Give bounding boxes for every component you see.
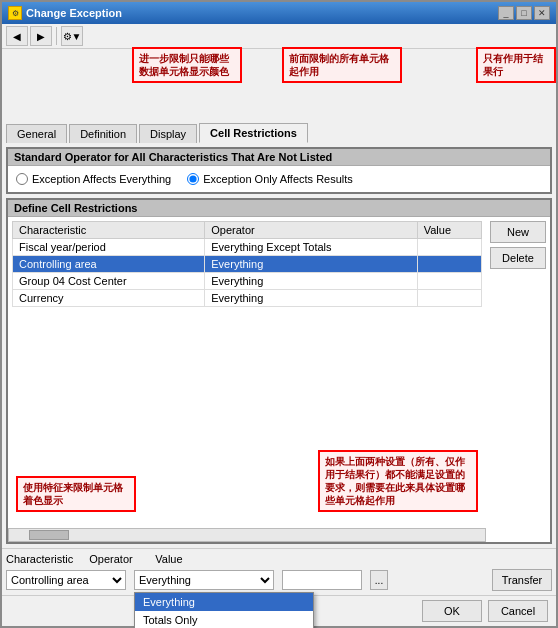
value-input[interactable] (282, 570, 362, 590)
new-button[interactable]: New (490, 221, 546, 243)
tab-definition[interactable]: Definition (69, 124, 137, 143)
delete-button[interactable]: Delete (490, 247, 546, 269)
content-area: Standard Operator for All Characteristic… (2, 143, 556, 548)
standard-section-content: Exception Affects Everything Exception O… (8, 166, 550, 192)
row0-op: Everything Except Totals (205, 239, 417, 256)
bottom-fields-row: Characteristic Operator Value (6, 553, 552, 565)
characteristic-select[interactable]: Controlling area (6, 570, 126, 590)
window-title: Change Exception (26, 7, 122, 19)
ok-button[interactable]: OK (422, 600, 482, 622)
title-bar-left: ⚙ Change Exception (8, 6, 122, 20)
window-icon: ⚙ (8, 6, 22, 20)
bottom-row: Characteristic Operator Value Controllin… (2, 548, 556, 595)
annotation-3: 只有作用于结果行 (476, 47, 556, 83)
operator-wrapper: Everything Totals Only Everything Except… (134, 570, 274, 590)
horizontal-scrollbar[interactable] (8, 528, 486, 542)
define-section: Define Cell Restrictions Characteristic … (6, 198, 552, 544)
tab-general[interactable]: General (6, 124, 67, 143)
radio-affects-everything[interactable]: Exception Affects Everything (16, 173, 171, 185)
annotation-1: 进一步限制只能哪些数据单元格显示颜色 (132, 47, 242, 83)
row2-val (417, 273, 481, 290)
radio-affects-results[interactable]: Exception Only Affects Results (187, 173, 353, 185)
table-row[interactable]: Group 04 Cost Center Everything (13, 273, 482, 290)
char-field-label: Characteristic (6, 553, 73, 565)
annotation-inside-right: 如果上面两种设置（所有、仅作用于结果行）都不能满足设置的要求，则需要在此来具体设… (318, 450, 478, 512)
col-header-val: Value (417, 222, 481, 239)
value-browse-button[interactable]: ... (370, 570, 388, 590)
row0-val (417, 239, 481, 256)
radio-everything-input[interactable] (16, 173, 28, 185)
table-row[interactable]: Currency Everything (13, 290, 482, 307)
val-field-label: Value (155, 553, 205, 565)
table-row[interactable]: Controlling area Everything (13, 256, 482, 273)
row0-char: Fiscal year/period (13, 239, 205, 256)
scrollbar-thumb[interactable] (29, 530, 69, 540)
standard-section-title: Standard Operator for All Characteristic… (8, 149, 550, 166)
dd-item-totals[interactable]: Totals Only (135, 611, 313, 628)
minimize-button[interactable]: _ (498, 6, 514, 20)
restrictions-table: Characteristic Operator Value Fiscal yea… (12, 221, 482, 307)
col-header-char: Characteristic (13, 222, 205, 239)
standard-section: Standard Operator for All Characteristic… (6, 147, 552, 194)
toolbar-separator (56, 27, 57, 45)
transfer-button[interactable]: Transfer (492, 569, 552, 591)
table-row[interactable]: Fiscal year/period Everything Except Tot… (13, 239, 482, 256)
define-body: Characteristic Operator Value Fiscal yea… (8, 217, 550, 542)
dd-item-everything[interactable]: Everything (135, 593, 313, 611)
tab-cell-restrictions[interactable]: Cell Restrictions (199, 123, 308, 143)
row3-val (417, 290, 481, 307)
cancel-button[interactable]: Cancel (488, 600, 548, 622)
row1-char: Controlling area (13, 256, 205, 273)
annotation-inside-left: 使用特征来限制单元格着色显示 (16, 476, 136, 512)
title-bar: ⚙ Change Exception _ □ ✕ (2, 2, 556, 24)
bottom-inputs-row: Controlling area Everything Totals Only … (6, 569, 552, 591)
row3-char: Currency (13, 290, 205, 307)
radio-everything-label: Exception Affects Everything (32, 173, 171, 185)
annotation-2: 前面限制的所有单元格起作用 (282, 47, 402, 83)
radio-results-input[interactable] (187, 173, 199, 185)
close-button[interactable]: ✕ (534, 6, 550, 20)
row2-op: Everything (205, 273, 417, 290)
title-controls: _ □ ✕ (498, 6, 550, 20)
operator-dropdown-popup: Everything Totals Only Everything Except… (134, 592, 314, 628)
define-section-title: Define Cell Restrictions (8, 200, 550, 217)
table-buttons: New Delete (486, 217, 550, 542)
tab-display[interactable]: Display (139, 124, 197, 143)
row1-op: Everything (205, 256, 417, 273)
radio-row: Exception Affects Everything Exception O… (16, 170, 542, 188)
toolbar: ◀ ▶ ⚙▼ (2, 24, 556, 49)
row2-char: Group 04 Cost Center (13, 273, 205, 290)
row3-op: Everything (205, 290, 417, 307)
main-window: ⚙ Change Exception _ □ ✕ ◀ ▶ ⚙▼ 进一步限制只能哪… (0, 0, 558, 628)
radio-results-label: Exception Only Affects Results (203, 173, 353, 185)
settings-button[interactable]: ⚙▼ (61, 26, 83, 46)
maximize-button[interactable]: □ (516, 6, 532, 20)
operator-select[interactable]: Everything Totals Only Everything Except… (134, 570, 274, 590)
op-field-label: Operator (89, 553, 139, 565)
forward-button[interactable]: ▶ (30, 26, 52, 46)
col-header-op: Operator (205, 222, 417, 239)
back-button[interactable]: ◀ (6, 26, 28, 46)
table-area: Characteristic Operator Value Fiscal yea… (8, 217, 486, 542)
row1-val (417, 256, 481, 273)
tabs-row: General Definition Display Cell Restrict… (2, 119, 556, 143)
